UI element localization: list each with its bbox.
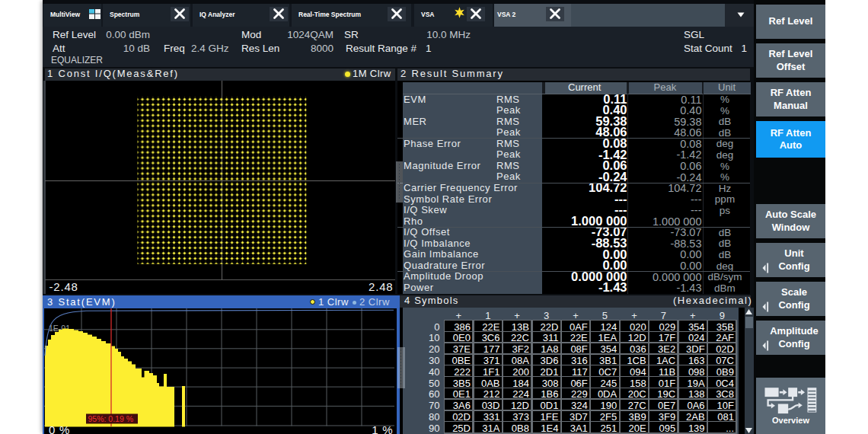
svg-text:95%: 0.19 %: 95%: 0.19 % (88, 414, 134, 423)
